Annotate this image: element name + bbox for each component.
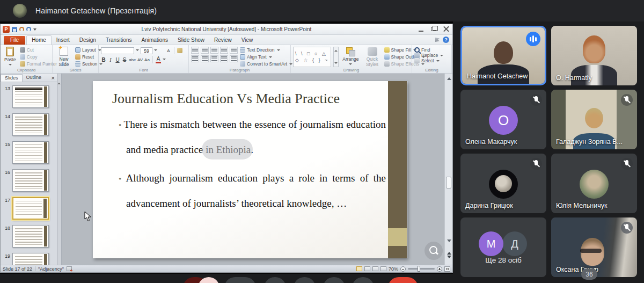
participant-tile-galadzhun[interactable]: Галаджун Зоряна В... (551, 90, 637, 149)
vertical-scrollbar[interactable] (444, 74, 452, 265)
align-right-button[interactable] (210, 55, 218, 62)
new-slide-button[interactable]: New Slide (55, 47, 73, 67)
ribbon-group-font: 59 A B I U S abc AV Aa (99, 45, 189, 73)
more-options-button[interactable] (352, 277, 374, 283)
shape-gallery-scroll[interactable] (333, 47, 339, 67)
slide-thumbnail-17-selected[interactable]: 17 (2, 197, 57, 220)
shape-gallery[interactable]: \ \ □ ○ △ ◇ ☆ { } ~ (293, 47, 331, 67)
font-size-input[interactable]: 59 (141, 47, 152, 54)
bold-button[interactable]: B (101, 57, 106, 63)
participant-tile-hotsur[interactable]: Оксана Гоцур (551, 217, 637, 277)
reading-view-button[interactable] (372, 266, 378, 271)
slide-thumbnail-14[interactable]: 14 (2, 113, 57, 136)
scroll-down-icon[interactable] (447, 240, 451, 244)
font-name-input[interactable] (101, 47, 134, 54)
shape-outline-icon (384, 54, 390, 60)
font-color-button[interactable]: A (156, 56, 161, 63)
paste-button[interactable]: Paste (3, 47, 18, 67)
thumbnail-scrollbar[interactable] (57, 74, 62, 265)
participant-tile-harmatiy[interactable]: O. Harmatiy (551, 26, 637, 85)
slide-bullet-2: Although journalism education plays a ro… (126, 166, 386, 215)
participant-tile-makarchuk[interactable]: O Олена Макарчук (460, 90, 546, 149)
arrange-button[interactable]: Arrange (341, 47, 360, 67)
zoom-out-button[interactable] (400, 266, 406, 272)
fit-to-window-button[interactable] (444, 266, 450, 272)
tab-design[interactable]: Design (75, 36, 101, 45)
normal-view-button[interactable] (356, 266, 362, 271)
align-center-button[interactable] (201, 55, 209, 62)
underline-button[interactable]: U (115, 57, 120, 63)
shrink-font-button[interactable]: A (166, 48, 171, 53)
justify-button[interactable] (220, 55, 228, 62)
numbering-button[interactable] (201, 47, 209, 54)
slide-sorter-view-button[interactable] (364, 266, 370, 271)
scrollbar-thumb[interactable] (446, 177, 451, 188)
captions-button[interactable] (264, 277, 286, 283)
columns-button[interactable] (230, 55, 238, 62)
panel-close-icon[interactable]: × (52, 75, 57, 81)
slide-thumbnail-15[interactable]: 15 (2, 141, 57, 164)
line-spacing-button[interactable] (230, 47, 238, 54)
tab-home[interactable]: Home (26, 35, 52, 45)
participant-tile-overflow[interactable]: М Д Ще 28 осіб (460, 217, 546, 277)
drawing-group-label: Drawing (291, 68, 412, 72)
increase-indent-button[interactable] (220, 47, 228, 54)
leave-call-button[interactable] (388, 277, 418, 283)
tab-file[interactable]: File (4, 36, 25, 45)
shadow-button[interactable]: abc (129, 57, 136, 62)
meet-remote-control-pill[interactable] (202, 139, 253, 159)
quick-styles-button[interactable]: Quick Styles (363, 47, 382, 67)
reset-icon (75, 54, 80, 60)
quick-styles-icon (368, 47, 377, 56)
align-text-button[interactable]: Align Text (240, 54, 292, 60)
spellcheck-icon[interactable] (67, 266, 72, 271)
camera-button[interactable] (224, 277, 256, 283)
align-left-button[interactable] (191, 55, 199, 62)
current-slide[interactable]: Journalism Education Vs Media Practice T… (93, 81, 407, 258)
slide-thumbnail-18[interactable]: 18 (2, 225, 57, 248)
select-button[interactable]: Select (414, 58, 449, 63)
strikethrough-button[interactable]: S (122, 57, 127, 63)
clear-formatting-icon[interactable] (177, 48, 182, 53)
tab-view[interactable]: View (237, 36, 258, 45)
slide-thumbnail-16[interactable]: 16 (2, 169, 57, 192)
char-spacing-button[interactable]: AV (137, 57, 143, 62)
tab-insert[interactable]: Insert (52, 36, 75, 45)
meet-zoom-overlay-icon[interactable] (425, 242, 443, 260)
participant-tile-melnychuk[interactable]: Юлія Мельничук (551, 154, 637, 213)
tab-review[interactable]: Review (209, 36, 237, 45)
participant-count-badge[interactable]: 36 (581, 269, 597, 280)
participant-tile-haimanot[interactable]: Haimanot Getachew (460, 26, 546, 85)
participant-tile-hrytsiuk[interactable]: Дарина Грицюк (460, 154, 546, 213)
tab-animations[interactable]: Animations (137, 36, 173, 45)
outline-tab[interactable]: Outline (23, 74, 46, 81)
prev-next-slide-buttons[interactable] (447, 250, 451, 262)
scroll-up-icon[interactable] (447, 75, 451, 80)
slides-tab[interactable]: Slides (1, 74, 23, 82)
restore-icon[interactable] (431, 27, 436, 31)
help-icon[interactable]: ? (443, 37, 449, 43)
zoom-slider[interactable] (408, 268, 435, 270)
decrease-indent-button[interactable] (210, 47, 218, 54)
format-painter-button[interactable]: Format Painter (20, 61, 57, 67)
zoom-in-button[interactable] (437, 266, 442, 272)
reactions-button[interactable] (294, 277, 316, 283)
slide-thumbnail-13[interactable]: 13 (2, 85, 57, 108)
close-icon[interactable] (443, 26, 449, 32)
tab-transitions[interactable]: Transitions (101, 36, 137, 45)
italic-button[interactable]: I (108, 57, 113, 63)
minimize-icon[interactable] (419, 31, 423, 32)
convert-smartart-button[interactable]: Convert to SmartArt (240, 61, 292, 67)
copy-button[interactable]: Copy (20, 54, 57, 60)
bullets-button[interactable] (191, 47, 199, 54)
find-button[interactable]: Find (414, 47, 449, 53)
text-direction-button[interactable]: Text Direction (240, 47, 292, 53)
thumbnail-image (12, 253, 49, 265)
change-case-button[interactable]: Aa (144, 57, 150, 62)
slideshow-view-button[interactable] (380, 266, 386, 271)
zoom-slider-thumb[interactable] (418, 266, 420, 272)
slide-thumbnail-19[interactable]: 19 (2, 253, 57, 265)
present-button[interactable] (323, 277, 345, 283)
tab-slide-show[interactable]: Slide Show (173, 36, 209, 45)
cut-button[interactable]: Cut (20, 47, 57, 53)
